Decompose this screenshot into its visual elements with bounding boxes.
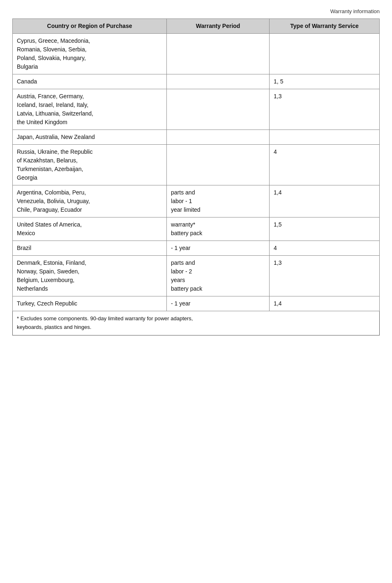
cell-warranty: parts and labor - 1 year limited	[167, 185, 270, 217]
cell-warranty	[167, 145, 270, 185]
cell-country: Cyprus, Greece, Macedonia, Romania, Slov…	[13, 34, 167, 74]
cell-warranty: warranty* battery pack	[167, 217, 270, 241]
table-row: Turkey, Czech Republic- 1 year1,4	[13, 296, 380, 311]
table-row: Canada1, 5	[13, 74, 380, 89]
cell-service: 4	[270, 145, 380, 185]
cell-service: 1, 5	[270, 74, 380, 89]
cell-service	[270, 34, 380, 74]
cell-country: Japan, Australia, New Zealand	[13, 130, 167, 145]
table-row: Brazil- 1 year4	[13, 241, 380, 256]
table-row: Denmark, Estonia, Finland, Norway, Spain…	[13, 256, 380, 296]
cell-country: Denmark, Estonia, Finland, Norway, Spain…	[13, 256, 167, 296]
col-header-warranty: Warranty Period	[167, 19, 270, 34]
cell-country: Russia, Ukraine, the Republic of Kazakhs…	[13, 145, 167, 185]
cell-service: 4	[270, 241, 380, 256]
cell-warranty	[167, 130, 270, 145]
table-row: Russia, Ukraine, the Republic of Kazakhs…	[13, 145, 380, 185]
footnote-line1: * Excludes some components. 90-day limit…	[17, 315, 193, 322]
warranty-table: Country or Region of Purchase Warranty P…	[12, 19, 380, 311]
table-row: Japan, Australia, New Zealand	[13, 130, 380, 145]
cell-country: Brazil	[13, 241, 167, 256]
cell-country: United States of America, Mexico	[13, 217, 167, 241]
cell-country: Canada	[13, 74, 167, 89]
table-row: Argentina, Colombia, Peru, Venezuela, Bo…	[13, 185, 380, 217]
page-header: Warranty information	[12, 8, 380, 14]
col-header-country: Country or Region of Purchase	[13, 19, 167, 34]
cell-warranty: - 1 year	[167, 296, 270, 311]
footnote: * Excludes some components. 90-day limit…	[12, 311, 380, 335]
table-row: Cyprus, Greece, Macedonia, Romania, Slov…	[13, 34, 380, 74]
cell-service: 1,5	[270, 217, 380, 241]
cell-country: Turkey, Czech Republic	[13, 296, 167, 311]
cell-country: Argentina, Colombia, Peru, Venezuela, Bo…	[13, 185, 167, 217]
cell-service: 1,3	[270, 256, 380, 296]
cell-warranty	[167, 34, 270, 74]
cell-warranty	[167, 74, 270, 89]
cell-service	[270, 130, 380, 145]
cell-service: 1,3	[270, 89, 380, 130]
footnote-line2: keyboards, plastics and hinges.	[17, 324, 91, 330]
cell-country: Austria, France, Germany, Iceland, Israe…	[13, 89, 167, 130]
cell-warranty	[167, 89, 270, 130]
cell-service: 1,4	[270, 185, 380, 217]
col-header-service: Type of Warranty Service	[270, 19, 380, 34]
cell-warranty: - 1 year	[167, 241, 270, 256]
table-row: Austria, France, Germany, Iceland, Israe…	[13, 89, 380, 130]
cell-warranty: parts and labor - 2 years battery pack	[167, 256, 270, 296]
table-row: United States of America, Mexicowarranty…	[13, 217, 380, 241]
cell-service: 1,4	[270, 296, 380, 311]
